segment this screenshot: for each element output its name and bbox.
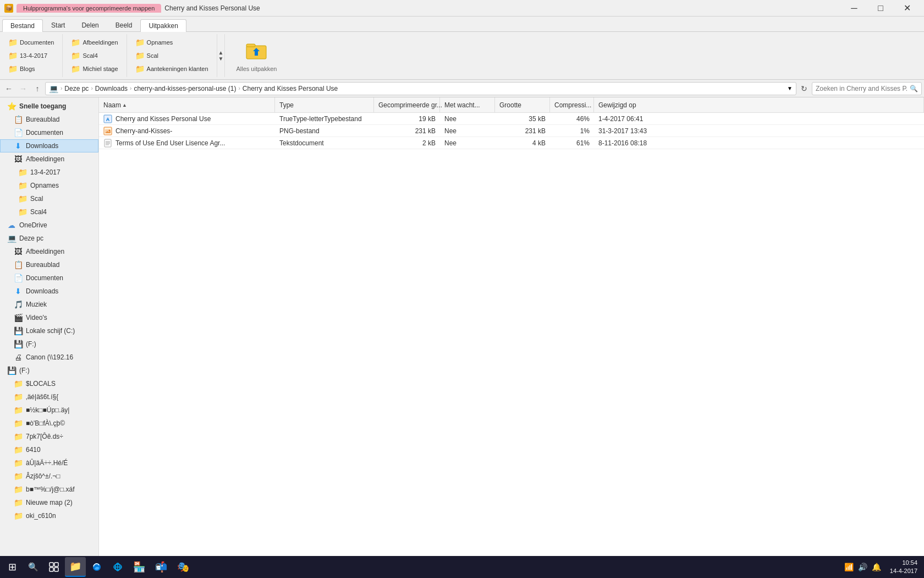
file-list: A Cherry and Kisses Personal Use TrueTyp… (99, 113, 924, 570)
notification-icon[interactable]: 🔔 (871, 563, 882, 571)
table-row[interactable]: Terms of Use End User Lisence Agr... Tek… (99, 137, 924, 149)
close-button[interactable]: ✕ (894, 0, 920, 17)
taskbar-clock[interactable]: 10:54 14-4-2017 (886, 559, 922, 576)
file-header: Naam ▲ Type Gecomprimeerde gr... Met wac… (99, 97, 924, 113)
font-file-icon: A (103, 114, 112, 123)
sidebar-item-garbled4[interactable]: 📁 7pk7[Ôê.ds÷ (0, 430, 98, 443)
recent-scal[interactable]: 📁 Scal (131, 50, 212, 62)
sidebar-item-videos[interactable]: 🎬 Video's (0, 311, 98, 324)
sidebar-item-scal[interactable]: 📁 Scal (0, 192, 98, 205)
start-button[interactable]: ⊞ (2, 557, 22, 577)
sidebar-item-f-drive-root[interactable]: 💾 (F:) (0, 364, 98, 377)
store-button[interactable]: 🏪 (129, 557, 150, 577)
sidebar-item-13-4-2017[interactable]: 📁 13-4-2017 (0, 166, 98, 179)
breadcrumb-cherry-folder[interactable]: cherry-and-kisses-personal-use (1) (134, 85, 236, 92)
col-header-name[interactable]: Naam ▲ (99, 97, 275, 112)
up-button[interactable]: ↑ (31, 82, 44, 95)
sidebar-item-6410[interactable]: 📁 6410 (0, 443, 98, 456)
sidebar-item-bureaublad2[interactable]: 📋 Bureaublad (0, 258, 98, 271)
scroll-controls: ▲ ▼ (217, 34, 226, 77)
sidebar-item-garbled3[interactable]: 📁 ■ò'B□fÀ\.çþ© (0, 417, 98, 430)
recent-opnames[interactable]: 📁 Opnames (131, 36, 212, 48)
search-button[interactable]: 🔍 (23, 557, 43, 577)
breadcrumb-downloads[interactable]: Downloads (95, 85, 128, 92)
tab-start[interactable]: Start (43, 19, 73, 31)
back-button[interactable]: ← (2, 82, 15, 95)
sidebar-item-bureaublad[interactable]: 📋 Bureaublad (0, 113, 98, 126)
refresh-button[interactable]: ↻ (798, 82, 811, 95)
sidebar-item-locals[interactable]: 📁 $LOCALS (0, 377, 98, 390)
maximize-button[interactable]: □ (868, 0, 893, 17)
recent-afbeeldingen[interactable]: 📁 Afbeeldingen (67, 36, 122, 48)
sidebar-item-muziek[interactable]: 🎵 Muziek (0, 298, 98, 311)
folder-icon: 📁 (8, 64, 18, 73)
search-input[interactable] (816, 85, 908, 92)
sound-icon[interactable]: 🔊 (857, 563, 868, 571)
scroll-down-button[interactable]: ▼ (218, 56, 224, 62)
col-header-wait[interactable]: Met wacht... (440, 97, 495, 112)
sidebar-item-garbled1[interactable]: 📁 ‚äé|äš6t.í§{ (0, 390, 98, 403)
sidebar-item-documenten2[interactable]: 📄 Documenten (0, 271, 98, 285)
forward-button[interactable]: → (16, 82, 30, 95)
sidebar-item-quick-access[interactable]: ⭐ Snelle toegang (0, 100, 98, 113)
sidebar-item-canon[interactable]: 🖨 Canon (\\192.16 (0, 351, 98, 364)
tab-beeld[interactable]: Beeld (107, 19, 141, 31)
breadcrumb-dropdown-button[interactable]: ▼ (787, 85, 793, 91)
sidebar-item-documenten[interactable]: 📄 Documenten (0, 126, 98, 139)
col-header-compressed[interactable]: Gecomprimeerde gr... (374, 97, 440, 112)
sidebar-item-downloads[interactable]: ⬇ Downloads (0, 139, 98, 152)
folder-icon: 📁 (14, 472, 23, 481)
network-icon[interactable]: 📶 (843, 563, 855, 571)
sidebar-item-onedrive[interactable]: ☁ OneDrive (0, 219, 98, 232)
recent-documenten[interactable]: 📁 Documenten (4, 36, 58, 48)
col-header-modified[interactable]: Gewijzigd op (594, 97, 924, 112)
drive-icon: 💾 (14, 326, 23, 335)
ribbon-group-unpack: Alles uitpakken (225, 34, 288, 77)
breadcrumb[interactable]: 💻 › Deze pc › Downloads › cherry-and-kis… (45, 82, 796, 95)
col-header-size[interactable]: Grootte (495, 97, 550, 112)
mail-button[interactable]: 📬 (151, 557, 172, 577)
unpack-icon (245, 39, 267, 66)
sidebar-item-afbeeldingen[interactable]: 🖼 Afbeeldingen (0, 152, 98, 166)
recent-13-4-2017[interactable]: 📁 13-4-2017 (4, 50, 58, 62)
recent-aantekeningen[interactable]: 📁 Aantekeningen klanten (131, 63, 212, 75)
sidebar-item-deze-pc[interactable]: 💻 Deze pc (0, 232, 98, 245)
col-header-compression[interactable]: Compressi... (550, 97, 594, 112)
tab-uitpakken[interactable]: Uitpakken (140, 19, 186, 32)
file-modified-cell: 31-3-2017 13:43 (594, 125, 924, 137)
sidebar-item-garbled5[interactable]: 📁 àÛ|äÄ÷÷.Hé/É (0, 456, 98, 470)
ie-button[interactable] (108, 557, 128, 577)
sidebar-item-oki[interactable]: 📁 oki_c610n (0, 509, 98, 522)
sidebar-item-nieuwe-map[interactable]: 📁 Nieuwe map (2) (0, 496, 98, 509)
sidebar-item-scal4[interactable]: 📁 Scal4 (0, 205, 98, 219)
sidebar-item-afbeeldingen2[interactable]: 🖼 Afbeeldingen (0, 245, 98, 258)
breadcrumb-deze-pc[interactable]: Deze pc (64, 85, 89, 92)
sidebar-item-opnames[interactable]: 📁 Opnames (0, 179, 98, 192)
unpack-label[interactable]: Alles uitpakken (236, 66, 277, 72)
search-bar[interactable]: 🔍 (812, 82, 922, 95)
recent-scal4[interactable]: 📁 Scal4 (67, 50, 122, 62)
recent-michiel[interactable]: 📁 Michiel stage (67, 63, 122, 75)
breadcrumb-current[interactable]: Cherry and Kisses Personal Use (243, 85, 338, 92)
sidebar-item-drive-f[interactable]: 💾 (F:) (0, 337, 98, 351)
svg-rect-1 (246, 44, 255, 47)
scroll-up-button[interactable]: ▲ (218, 50, 224, 56)
edge-button[interactable] (87, 557, 107, 577)
tab-delen[interactable]: Delen (73, 19, 107, 31)
col-header-type[interactable]: Type (275, 97, 374, 112)
sidebar-item-garbled2[interactable]: 📁 ■½k□■Úp□.äy| (0, 403, 98, 417)
recent-blogs[interactable]: 📁 Blogs (4, 63, 58, 75)
sidebar-item-garbled6[interactable]: 📁 Âzjšô^±/.¬□ (0, 470, 98, 483)
file-explorer-taskbar-button[interactable]: 📁 (65, 557, 86, 577)
file-wait-cell: Nee (440, 113, 495, 124)
table-row[interactable]: Cherry-and-Kisses- PNG-bestand 231 kB Ne… (99, 125, 924, 137)
table-row[interactable]: A Cherry and Kisses Personal Use TrueTyp… (99, 113, 924, 125)
sidebar-item-drive-c[interactable]: 💾 Lokale schijf (C:) (0, 324, 98, 337)
sidebar-item-garbled7[interactable]: 📁 b■™%□/j@□.xáf (0, 483, 98, 496)
sidebar-item-downloads2[interactable]: ⬇ Downloads (0, 285, 98, 298)
task-view-button[interactable] (44, 557, 64, 577)
media-button[interactable]: 🎭 (173, 557, 194, 577)
sort-arrow: ▲ (122, 102, 127, 108)
tab-bestand[interactable]: Bestand (2, 19, 43, 32)
minimize-button[interactable]: ─ (842, 0, 867, 17)
